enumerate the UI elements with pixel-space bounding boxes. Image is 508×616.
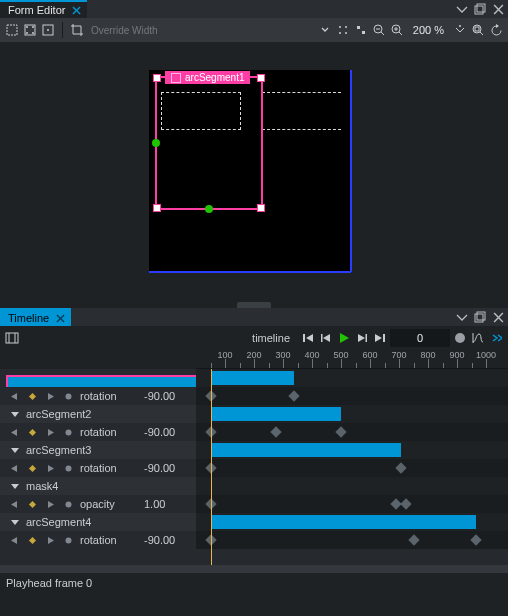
track-value[interactable]: -90.00 (140, 426, 196, 438)
tab-form-editor[interactable]: Form Editor (0, 0, 87, 18)
expand-icon[interactable] (6, 406, 22, 422)
track-tree-cell[interactable]: rotation -90.00 (0, 459, 196, 477)
track-value[interactable]: -90.00 (140, 534, 196, 546)
override-width-label[interactable]: Override Width (87, 25, 162, 36)
prev-keyframe-icon[interactable] (6, 460, 22, 476)
more-icon[interactable] (317, 22, 333, 38)
stage[interactable]: arcSegment1 (149, 70, 351, 272)
keyframe[interactable] (205, 390, 216, 401)
track-property[interactable]: rotation -90.00 (0, 387, 508, 405)
prev-keyframe-icon[interactable] (6, 388, 22, 404)
keyframe-diamond-icon[interactable] (24, 460, 40, 476)
zoom-out-icon[interactable] (371, 22, 387, 38)
record-icon[interactable] (452, 330, 468, 346)
expand-icon[interactable] (6, 478, 22, 494)
prev-keyframe-icon[interactable] (6, 532, 22, 548)
track-tree-cell[interactable]: arcSegment4 (0, 513, 196, 531)
track-group[interactable]: arcSegment4 (0, 513, 508, 531)
close-tab-icon[interactable] (53, 311, 67, 325)
track-tree-cell[interactable]: opacity 1.00 (0, 495, 196, 513)
tool-crop-icon[interactable] (69, 22, 85, 38)
next-keyframe-icon[interactable] (42, 496, 58, 512)
keyframe[interactable] (400, 498, 411, 509)
expand-icon[interactable] (6, 514, 22, 530)
zoom-value[interactable]: 200 % (407, 24, 450, 36)
step-back-icon[interactable] (318, 330, 334, 346)
keyframe[interactable] (205, 462, 216, 473)
track-lane[interactable] (196, 513, 508, 531)
clip[interactable] (211, 407, 341, 421)
zoom-menu-icon[interactable] (452, 22, 468, 38)
track-lane[interactable] (196, 369, 508, 387)
canvas[interactable]: arcSegment1 (0, 42, 508, 308)
record-dot-icon[interactable] (60, 424, 76, 440)
handle-top-right[interactable] (257, 74, 265, 82)
keyframe[interactable] (205, 426, 216, 437)
prev-keyframe-icon[interactable] (6, 424, 22, 440)
track-property[interactable]: rotation -90.00 (0, 423, 508, 441)
keyframe[interactable] (470, 534, 481, 545)
track-value[interactable]: -90.00 (140, 390, 196, 402)
track-group[interactable]: arcSegment2 (0, 405, 508, 423)
track-lane[interactable] (196, 405, 508, 423)
keyframe[interactable] (205, 498, 216, 509)
track-tree-cell[interactable]: rotation -90.00 (0, 423, 196, 441)
track-lane[interactable] (196, 423, 508, 441)
clip[interactable] (211, 515, 476, 529)
track-value[interactable]: -90.00 (140, 462, 196, 474)
current-frame-input[interactable] (390, 329, 450, 347)
track-tree-cell[interactable]: arcSegment2 (0, 405, 196, 423)
track-lane[interactable] (196, 441, 508, 459)
handle-mid-bottom[interactable] (205, 205, 213, 213)
selection-box[interactable]: arcSegment1 (155, 76, 263, 210)
track-property[interactable]: rotation -90.00 (0, 531, 508, 549)
handle-top-left[interactable] (153, 74, 161, 82)
step-forward-icon[interactable] (354, 330, 370, 346)
tool-bounding-icon[interactable] (4, 22, 20, 38)
track-lane[interactable] (196, 495, 508, 513)
track-tree-cell[interactable]: rotation -90.00 (0, 387, 196, 405)
grid-toggle-icon[interactable] (335, 22, 351, 38)
tab-timeline[interactable]: Timeline (0, 308, 71, 326)
keyframe-diamond-icon[interactable] (24, 532, 40, 548)
zoom-in-icon[interactable] (389, 22, 405, 38)
track-tree-cell[interactable]: mask4 (0, 477, 196, 495)
keyframe[interactable] (335, 426, 346, 437)
record-dot-icon[interactable] (60, 532, 76, 548)
panel-close-icon[interactable] (490, 309, 506, 325)
panel-close-icon[interactable] (490, 1, 506, 17)
tool-anchors-sparse-icon[interactable] (40, 22, 56, 38)
track-group[interactable]: mask4 (0, 477, 508, 495)
time-ruler[interactable]: ✋ 100200300400500600700800900100011 (196, 350, 508, 369)
track-lane[interactable] (196, 387, 508, 405)
track-property[interactable]: rotation -90.00 (0, 459, 508, 477)
record-dot-icon[interactable] (60, 460, 76, 476)
track-group[interactable]: arcSegment3 (0, 441, 508, 459)
keyframe[interactable] (288, 390, 299, 401)
track-tree-cell[interactable]: arcSegment3 (0, 441, 196, 459)
clip[interactable] (211, 371, 294, 385)
next-keyframe-icon[interactable] (42, 424, 58, 440)
timeline-settings-icon[interactable] (4, 330, 20, 346)
track-lane[interactable] (196, 531, 508, 549)
close-tab-icon[interactable] (69, 3, 83, 17)
overflow-icon[interactable] (488, 330, 504, 346)
panel-menu-icon[interactable] (454, 1, 470, 17)
keyframe[interactable] (205, 534, 216, 545)
track-lane[interactable] (196, 459, 508, 477)
record-dot-icon[interactable] (60, 388, 76, 404)
track-lane[interactable] (196, 477, 508, 495)
handle-mid-left[interactable] (152, 139, 160, 147)
keyframe-diamond-icon[interactable] (24, 496, 40, 512)
to-end-icon[interactable] (372, 330, 388, 346)
keyframe[interactable] (270, 426, 281, 437)
panel-pop-out-icon[interactable] (472, 1, 488, 17)
next-keyframe-icon[interactable] (42, 532, 58, 548)
clip[interactable] (211, 443, 401, 457)
next-keyframe-icon[interactable] (42, 460, 58, 476)
next-keyframe-icon[interactable] (42, 388, 58, 404)
to-start-icon[interactable] (300, 330, 316, 346)
keyframe[interactable] (408, 534, 419, 545)
handle-bottom-right[interactable] (257, 204, 265, 212)
tool-anchors-dense-icon[interactable] (22, 22, 38, 38)
